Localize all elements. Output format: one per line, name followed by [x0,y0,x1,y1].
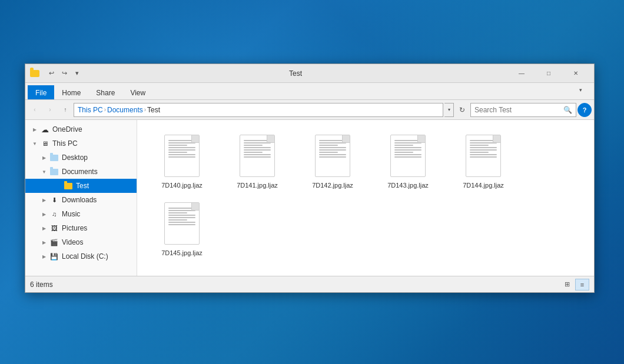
title-bar-folder-icon [30,69,39,78]
doc-line [168,219,187,221]
doc-line [470,142,497,143]
search-button[interactable]: 🔍 [563,106,572,114]
up-button[interactable]: ↑ [58,103,72,117]
qat-redo-button[interactable]: ↪ [58,68,70,79]
file-item[interactable]: 7D142.jpg.ljaz [297,129,368,192]
doc-line [168,222,195,223]
sidebar-item-documents[interactable]: ▼ Documents [25,165,137,179]
file-item[interactable]: 7D141.jpg.ljaz [222,129,293,192]
expand-icon: ▼ [30,139,39,148]
doc-line [394,149,421,151]
search-input[interactable] [474,106,563,114]
doc-line [319,147,346,148]
sidebar-item-local-disk[interactable]: ▶ 💾 Local Disk (C:) [25,249,137,263]
folder-icon: ⬇ [49,195,59,205]
window-title: Test [83,69,508,78]
sidebar-item-label: Desktop [62,153,88,162]
music-icon: ♫ [49,209,59,219]
doc-line [319,142,346,143]
sidebar-item-music[interactable]: ▶ ♫ Music [25,207,137,221]
doc-line [168,215,195,216]
sidebar-item-label: This PC [52,139,78,148]
grid-view-button[interactable]: ⊞ [560,279,574,290]
doc-line [319,156,346,158]
file-item[interactable]: 7D144.jpg.ljaz [448,129,519,192]
sidebar-item-pictures[interactable]: ▶ 🖼 Pictures [25,221,137,235]
doc-line [244,152,263,153]
sidebar-item-videos[interactable]: ▶ 🎬 Videos [25,235,137,249]
doc-line [244,156,271,158]
nav-pane-scroll[interactable]: ▶ ☁ OneDrive ▼ 🖥 This PC ▶ Desktop [25,120,137,276]
breadcrumb-documents[interactable]: Documents [107,106,143,114]
tab-view[interactable]: View [122,85,153,99]
sidebar-item-label: Local Disk (C:) [62,252,108,261]
sidebar-item-label: Documents [62,168,98,176]
sidebar-item-this-pc[interactable]: ▼ 🖥 This PC [25,136,137,151]
sidebar-item-onedrive[interactable]: ▶ ☁ OneDrive [25,122,137,136]
tab-home[interactable]: Home [54,85,88,99]
sidebar-item-desktop[interactable]: ▶ Desktop [25,151,137,165]
doc-line [168,147,195,148]
file-icon-container [309,132,356,179]
doc-line [168,142,195,143]
status-bar: 6 items ⊞ ≡ [25,276,594,292]
document-icon [390,135,426,177]
content-area[interactable]: 7D140.jpg.ljaz 7D141.jpg.l [137,120,594,276]
breadcrumb-sep-1: › [104,106,106,113]
doc-line [394,145,413,146]
address-dropdown-button[interactable]: ▾ [444,103,454,117]
ribbon-collapse-button[interactable]: ▾ [567,81,594,99]
expand-icon: ▶ [39,238,49,247]
search-box[interactable]: 🔍 [470,103,576,117]
back-button[interactable]: ‹ [28,103,42,117]
ribbon: File Home Share View ▾ [25,83,594,100]
navigation-pane: ▶ ☁ OneDrive ▼ 🖥 This PC ▶ Desktop [25,120,137,276]
doc-line [319,152,338,153]
breadcrumb-sep-2: › [144,106,146,113]
file-item[interactable]: 7D143.jpg.ljaz [373,129,443,192]
file-item[interactable]: 7D140.jpg.ljaz [147,129,217,192]
doc-line [168,140,195,141]
sidebar-item-test[interactable]: Test [25,179,137,193]
qat-undo-button[interactable]: ↩ [45,68,57,79]
doc-line [168,145,187,146]
sidebar-item-label: Test [76,182,89,190]
doc-line [394,140,421,141]
expand-icon: ▶ [39,223,49,233]
help-button[interactable]: ? [577,103,592,117]
address-path[interactable]: This PC › Documents › Test [74,103,443,117]
doc-line [244,142,271,143]
sidebar-item-downloads[interactable]: ▶ ⬇ Downloads [25,193,137,207]
sidebar-item-label: Music [62,210,80,218]
breadcrumb-test: Test [147,106,160,114]
folder-icon [49,152,59,163]
qat-dropdown-button[interactable]: ▾ [71,68,83,79]
list-view-button[interactable]: ≡ [575,279,589,290]
tab-file[interactable]: File [28,85,54,99]
refresh-button[interactable]: ↻ [455,103,469,117]
file-name: 7D140.jpg.ljaz [161,182,203,189]
doc-line [394,154,421,155]
file-icon-container [384,132,432,179]
close-button[interactable]: ✕ [562,64,589,83]
file-name: 7D144.jpg.ljaz [463,182,504,189]
forward-button[interactable]: › [43,103,57,117]
maximize-button[interactable]: □ [535,64,562,83]
file-icon-container [158,200,205,247]
doc-line [319,140,346,141]
doc-line [168,210,195,211]
file-item[interactable]: 7D145.jpg.ljaz [147,197,217,260]
doc-line [470,156,497,158]
tab-share[interactable]: Share [88,85,122,99]
expand-icon: ▶ [30,125,39,134]
doc-line [470,145,489,146]
sidebar-item-label: Videos [62,238,83,246]
document-icon [164,202,200,245]
minimize-button[interactable]: — [508,64,535,83]
file-explorer-window: ↩ ↪ ▾ Test — □ ✕ File Home Share View ▾ … [25,64,595,293]
doc-line [319,154,346,155]
file-icon-container [158,132,205,179]
breadcrumb-this-pc[interactable]: This PC [78,106,103,114]
doc-line [168,156,195,158]
doc-line [244,147,271,148]
